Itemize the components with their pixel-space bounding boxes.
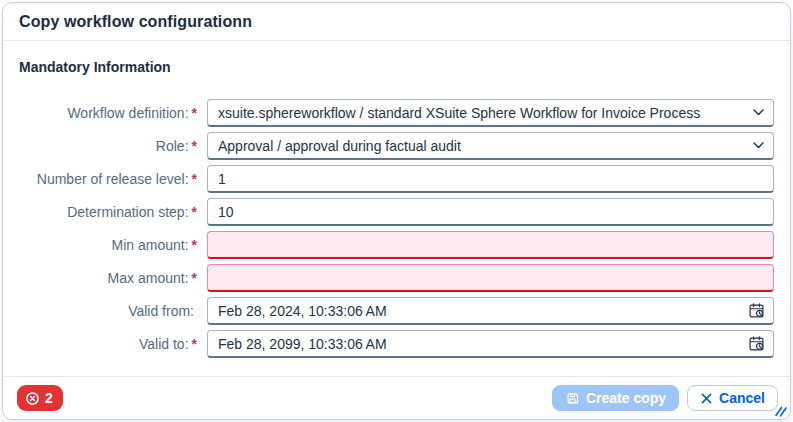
min-amount-input[interactable] (207, 231, 774, 259)
valid-to-value: Feb 28, 2099, 10:33:06 AM (218, 336, 742, 352)
required-asterisk: * (192, 336, 197, 352)
required-asterisk: * (192, 105, 197, 121)
calendar-clock-icon[interactable] (742, 335, 765, 352)
valid-from-datetime-field[interactable]: Feb 28, 2024, 10:33:06 AM (207, 297, 774, 325)
calendar-clock-icon[interactable] (742, 302, 765, 319)
valid-from-value: Feb 28, 2024, 10:33:06 AM (218, 303, 742, 319)
dialog-header: Copy workflow configurationn (3, 3, 790, 41)
required-asterisk: * (192, 204, 197, 220)
resize-handle-icon[interactable] (774, 403, 788, 417)
valid-to-datetime-field[interactable]: Feb 28, 2099, 10:33:06 AM (207, 330, 774, 358)
dialog-content: Mandatory Information Workflow definitio… (3, 41, 790, 376)
field-label-determination-step: Determination step:* (19, 204, 199, 220)
cancel-label: Cancel (719, 390, 765, 406)
role-value: Approval / approval during factual audit (218, 138, 746, 154)
cancel-button[interactable]: Cancel (687, 385, 778, 411)
required-asterisk: * (192, 138, 197, 154)
chevron-down-icon[interactable] (746, 139, 765, 152)
field-label-valid-from: Valid from: (19, 303, 199, 319)
chevron-down-icon[interactable] (746, 106, 765, 119)
close-icon (700, 392, 713, 405)
required-asterisk: * (192, 270, 197, 286)
create-copy-label: Create copy (586, 390, 666, 406)
field-label-number-of-release-level: Number of release level:* (19, 171, 199, 187)
section-title: Mandatory Information (19, 59, 774, 75)
dialog-footer: 2 Create copy Cancel (3, 376, 790, 419)
determination-step-input[interactable] (207, 198, 774, 226)
field-label-min-amount: Min amount:* (19, 237, 199, 253)
messages-error-badge[interactable]: 2 (17, 385, 63, 411)
mandatory-information-form: Workflow definition:* xsuite.sphereworkf… (19, 99, 774, 358)
error-count: 2 (45, 390, 53, 406)
max-amount-input[interactable] (207, 264, 774, 292)
copy-workflow-dialog: Copy workflow configurationn Mandatory I… (2, 2, 791, 420)
field-label-role: Role:* (19, 138, 199, 154)
required-asterisk: * (192, 237, 197, 253)
workflow-definition-value: xsuite.sphereworkflow / standard XSuite … (218, 105, 746, 121)
number-of-release-level-input[interactable] (207, 165, 774, 193)
required-asterisk: * (192, 171, 197, 187)
field-label-max-amount: Max amount:* (19, 270, 199, 286)
workflow-definition-select[interactable]: xsuite.sphereworkflow / standard XSuite … (207, 99, 774, 127)
field-label-workflow-definition: Workflow definition:* (19, 105, 199, 121)
save-icon (565, 391, 580, 406)
role-select[interactable]: Approval / approval during factual audit (207, 132, 774, 160)
field-label-valid-to: Valid to:* (19, 336, 199, 352)
create-copy-button[interactable]: Create copy (552, 385, 679, 411)
dialog-title: Copy workflow configurationn (19, 13, 252, 31)
error-circle-x-icon (25, 391, 40, 406)
